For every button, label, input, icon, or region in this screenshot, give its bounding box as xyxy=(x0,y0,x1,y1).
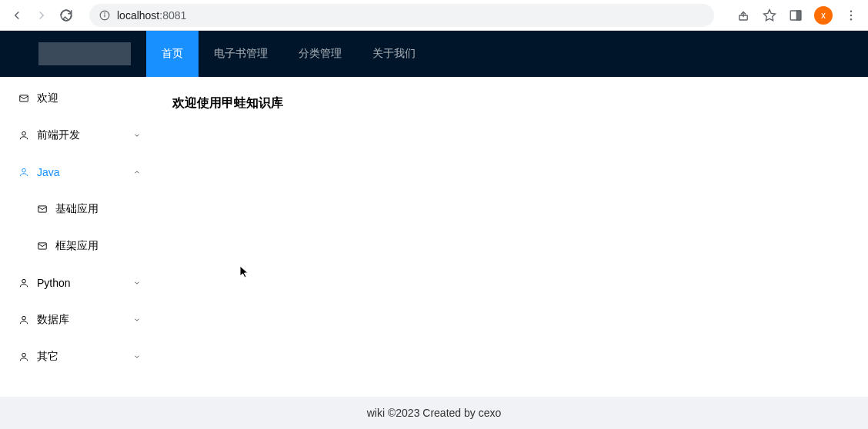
footer-text: wiki ©2023 Created by cexo xyxy=(367,407,502,419)
svg-point-13 xyxy=(22,131,26,135)
user-icon xyxy=(18,351,29,362)
svg-marker-5 xyxy=(764,9,776,20)
chevron-down-icon xyxy=(132,352,142,361)
nav-tab-ebook[interactable]: 电子书管理 xyxy=(199,31,283,77)
svg-rect-12 xyxy=(20,95,28,101)
user-icon xyxy=(18,130,29,141)
user-icon xyxy=(18,278,29,288)
sidebar-item-label: 其它 xyxy=(37,350,58,364)
footer: wiki ©2023 Created by cexo xyxy=(0,397,868,429)
svg-point-9 xyxy=(850,10,852,12)
bookmark-star-icon[interactable] xyxy=(762,8,777,23)
svg-point-2 xyxy=(105,12,105,13)
user-icon xyxy=(18,167,29,178)
browser-toolbar: localhost:8081 x xyxy=(0,0,868,31)
sidebar: 欢迎 前端开发 Java 基础应用 xyxy=(0,77,154,397)
svg-rect-16 xyxy=(38,243,47,249)
nav-tab-about[interactable]: 关于我们 xyxy=(357,31,431,77)
panel-icon[interactable] xyxy=(788,8,803,23)
svg-point-18 xyxy=(22,316,26,320)
main-content: 欢迎使用甲蛙知识库 xyxy=(154,77,868,397)
svg-point-17 xyxy=(22,279,26,283)
reload-button[interactable] xyxy=(58,8,74,23)
svg-point-19 xyxy=(22,353,26,357)
chevron-down-icon xyxy=(132,278,142,288)
sidebar-item-database[interactable]: 数据库 xyxy=(0,301,154,338)
sidebar-item-label: Java xyxy=(37,166,60,178)
mail-icon xyxy=(37,204,48,214)
mail-icon xyxy=(18,93,29,104)
sidebar-item-label: 框架应用 xyxy=(55,239,98,253)
forward-button[interactable] xyxy=(34,8,49,23)
back-button[interactable] xyxy=(9,8,25,23)
site-info-icon[interactable] xyxy=(98,9,111,22)
sidebar-item-welcome[interactable]: 欢迎 xyxy=(0,80,154,117)
user-icon xyxy=(18,314,29,325)
sidebar-item-java[interactable]: Java xyxy=(0,154,154,191)
chevron-down-icon xyxy=(132,315,142,324)
logo-placeholder xyxy=(38,42,131,65)
app-header: 首页 电子书管理 分类管理 关于我们 xyxy=(0,31,868,77)
chrome-menu-icon[interactable] xyxy=(843,8,859,23)
share-icon[interactable] xyxy=(736,8,751,23)
svg-point-10 xyxy=(850,14,852,15)
nav-tab-home[interactable]: 首页 xyxy=(146,31,199,77)
sidebar-item-other[interactable]: 其它 xyxy=(0,338,154,375)
sidebar-item-frontend[interactable]: 前端开发 xyxy=(0,117,154,154)
sidebar-subitem-basic[interactable]: 基础应用 xyxy=(0,191,154,228)
address-bar[interactable]: localhost:8081 xyxy=(89,4,714,27)
svg-point-14 xyxy=(22,168,26,172)
sidebar-subitem-framework[interactable]: 框架应用 xyxy=(0,228,154,264)
mail-icon xyxy=(37,241,48,251)
sidebar-item-label: 前端开发 xyxy=(37,128,80,142)
nav-tab-category[interactable]: 分类管理 xyxy=(283,31,357,77)
sidebar-item-label: 数据库 xyxy=(37,313,69,327)
sidebar-item-label: 欢迎 xyxy=(37,91,58,105)
sidebar-item-label: Python xyxy=(37,277,71,289)
sidebar-item-python[interactable]: Python xyxy=(0,264,154,301)
url-text: localhost:8081 xyxy=(117,9,186,22)
profile-avatar[interactable]: x xyxy=(814,6,833,25)
svg-rect-15 xyxy=(38,206,47,212)
svg-point-11 xyxy=(850,18,852,20)
sidebar-item-label: 基础应用 xyxy=(55,202,98,216)
svg-rect-8 xyxy=(797,11,801,20)
welcome-heading: 欢迎使用甲蛙知识库 xyxy=(172,95,850,111)
chevron-down-icon xyxy=(132,131,142,140)
chevron-up-icon xyxy=(132,168,142,177)
